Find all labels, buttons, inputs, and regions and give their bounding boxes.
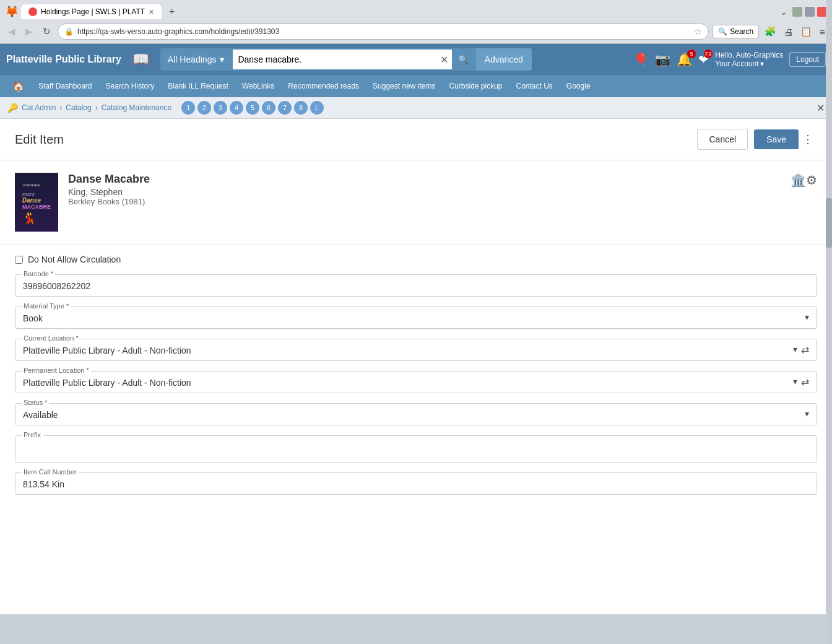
current-location-transfer-icon[interactable]: ⇄: [801, 344, 809, 355]
breadcrumb-tab-8[interactable]: 8: [294, 101, 308, 115]
library-name: Platteville Public Library: [6, 54, 121, 65]
browser-search-box[interactable]: 🔍 Search: [713, 25, 759, 38]
hot-air-balloon-icon[interactable]: 🎈: [633, 52, 649, 67]
browser-toolbar: ◀ ▶ ↻ 🔒 https://qa-swls-verso.auto-graph…: [0, 20, 832, 43]
new-tab-button[interactable]: +: [164, 4, 180, 20]
page-title: Edit Item: [15, 133, 697, 147]
breadcrumb-catalog-maintenance[interactable]: Catalog Maintenance: [102, 103, 171, 112]
tab-close-button[interactable]: ✕: [149, 8, 154, 16]
breadcrumb-tab-1[interactable]: 1: [181, 101, 195, 115]
book-author: King, Stephen: [68, 187, 781, 197]
material-type-dropdown-icon[interactable]: ▾: [805, 312, 809, 322]
app-header: Platteville Public Library 📖 All Heading…: [0, 44, 832, 75]
do-not-circulate-checkbox[interactable]: [15, 256, 23, 264]
status-value: Available: [23, 407, 58, 420]
book-info: STEPHENKING'S Danse MACABRE 💃 Danse Maca…: [0, 160, 832, 245]
cover-author: STEPHENKING'S: [22, 183, 40, 196]
breadcrumb-tab-6[interactable]: 6: [262, 101, 275, 115]
item-call-number-field: Item Call Number: [15, 472, 817, 495]
cancel-button[interactable]: Cancel: [697, 129, 748, 150]
search-icon: 🔍: [718, 27, 727, 36]
nav-item-google[interactable]: Google: [560, 78, 597, 94]
search-type-dropdown[interactable]: All Headings ▾: [160, 48, 232, 71]
breadcrumb-tab-7[interactable]: 7: [278, 101, 292, 115]
do-not-circulate-row: Do Not Allow Circulation: [15, 255, 817, 264]
search-bar: All Headings ▾ ✕ 🔍 Advanced: [160, 48, 532, 71]
minimize-button[interactable]: [792, 7, 802, 17]
back-button[interactable]: ◀: [5, 24, 19, 39]
advanced-search-button[interactable]: Advanced: [476, 48, 532, 71]
search-button[interactable]: 🔍: [452, 48, 475, 71]
forward-button[interactable]: ▶: [22, 24, 36, 39]
current-location-dropdown-icon[interactable]: ▾: [793, 344, 797, 354]
current-location-label: Current Location *: [22, 334, 80, 342]
key-icon: 🔑: [7, 103, 18, 113]
user-greeting: Hello, Auto-Graphics: [715, 51, 783, 59]
permanent-location-control: Platteville Public Library - Adult - Non…: [23, 375, 809, 388]
barcode-input[interactable]: [23, 279, 809, 291]
save-button[interactable]: Save: [754, 129, 799, 149]
item-call-number-input[interactable]: [23, 477, 809, 489]
breadcrumb-tab-l[interactable]: L: [310, 101, 324, 115]
edit-item-header: Edit Item Cancel Save ⋮: [0, 119, 832, 160]
address-bar[interactable]: 🔒 https://qa-swls-verso.auto-graphics.co…: [58, 24, 709, 40]
lock-icon: 🔒: [64, 27, 74, 36]
building-icon[interactable]: 🏛️⚙: [791, 173, 817, 188]
breadcrumb-cat-admin[interactable]: Cat Admin: [22, 103, 56, 112]
current-location-value: Platteville Public Library - Adult - Non…: [23, 343, 191, 355]
search-icon: 🔍: [458, 55, 469, 64]
breadcrumb-close-button[interactable]: ✕: [817, 102, 825, 114]
notifications-badge: 5: [687, 50, 696, 58]
scrollbar-track[interactable]: [826, 0, 832, 614]
nav-item-home[interactable]: 🏠: [6, 77, 31, 96]
notifications-icon[interactable]: 🔔 5: [677, 52, 692, 67]
book-title: Danse Macabre: [68, 173, 781, 186]
search-input[interactable]: [233, 54, 436, 64]
nav-item-recommended-reads[interactable]: Recommended reads: [282, 78, 365, 94]
user-section[interactable]: Hello, Auto-Graphics Your Account ▾: [715, 51, 783, 68]
heart-icon[interactable]: ❤ F9: [698, 52, 709, 67]
tab-title: Holdings Page | SWLS | PLATT: [41, 7, 145, 16]
material-type-value: Book: [23, 311, 43, 323]
chevron-down-icon[interactable]: ⌄: [780, 7, 790, 17]
scrollbar-thumb[interactable]: [826, 198, 832, 248]
nav-item-contact-us[interactable]: Contact Us: [510, 78, 559, 94]
nav-item-curbside[interactable]: Curbside pickup: [443, 78, 508, 94]
print-button[interactable]: 🖨: [782, 25, 795, 39]
breadcrumb-catalog[interactable]: Catalog: [66, 103, 91, 112]
permanent-location-transfer-icon[interactable]: ⇄: [801, 376, 809, 388]
cover-danse-text: Danse: [22, 198, 51, 204]
breadcrumb-tab-4[interactable]: 4: [230, 101, 243, 115]
bookmark-icon[interactable]: ☆: [694, 27, 702, 37]
breadcrumb-tabs: 1 2 3 4 5 6 7 8 L: [181, 101, 324, 115]
prefix-input[interactable]: [23, 440, 809, 457]
camera-icon[interactable]: 📷: [655, 52, 670, 67]
nav-item-search-history[interactable]: Search History: [100, 78, 161, 94]
search-type-label: All Headings: [168, 54, 217, 64]
logout-button[interactable]: Logout: [789, 52, 826, 67]
url-display: https://qa-swls-verso.auto-graphics.com/…: [77, 27, 690, 36]
permanent-location-dropdown-icon[interactable]: ▾: [793, 376, 797, 386]
breadcrumb-tab-3[interactable]: 3: [214, 101, 227, 115]
status-dropdown-icon[interactable]: ▾: [805, 409, 809, 419]
maximize-button[interactable]: [805, 7, 815, 17]
permanent-location-value: Platteville Public Library - Adult - Non…: [23, 375, 191, 388]
nav-item-blank-ill[interactable]: Blank ILL Request: [162, 78, 235, 94]
prefix-label: Prefix: [22, 431, 43, 438]
browser-tab[interactable]: Holdings Page | SWLS | PLATT ✕: [21, 4, 162, 19]
dropdown-arrow-icon: ▾: [220, 54, 224, 64]
cover-macabre-text: MACABRE: [22, 204, 51, 210]
bookmarks-button[interactable]: 📋: [799, 24, 814, 39]
more-options-button[interactable]: ⋮: [799, 133, 817, 146]
extensions-button[interactable]: 🧩: [763, 24, 778, 39]
breadcrumb-tab-5[interactable]: 5: [246, 101, 259, 115]
nav-item-weblinks[interactable]: WebLinks: [236, 78, 280, 94]
nav-item-suggest-new[interactable]: Suggest new items: [366, 78, 441, 94]
breadcrumb-sep-2: ›: [95, 103, 98, 112]
breadcrumb-tab-2[interactable]: 2: [197, 101, 211, 115]
reload-button[interactable]: ↻: [40, 24, 54, 39]
current-location-control: Platteville Public Library - Adult - Non…: [23, 343, 809, 355]
cover-figure-icon: 💃: [22, 211, 51, 225]
search-clear-button[interactable]: ✕: [436, 54, 452, 66]
nav-item-staff-dashboard[interactable]: Staff Dashboard: [32, 78, 98, 94]
